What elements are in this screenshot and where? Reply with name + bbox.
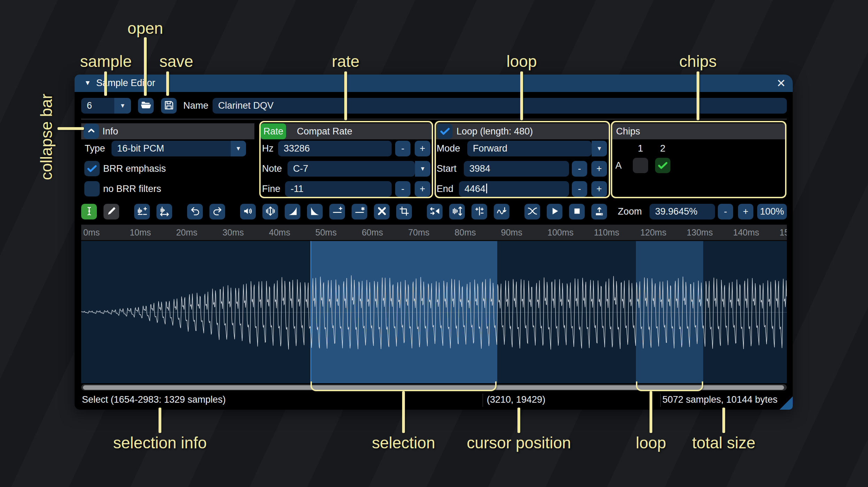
brr-emphasis-checkbox[interactable] bbox=[84, 161, 100, 176]
zoom-reset-button[interactable]: 100% bbox=[757, 204, 787, 219]
stop-preview-button[interactable] bbox=[569, 204, 585, 219]
open-sample-button[interactable] bbox=[138, 98, 154, 114]
invert-button[interactable] bbox=[449, 204, 465, 219]
loop-start-input[interactable]: 3984 bbox=[464, 161, 569, 177]
delete-button[interactable] bbox=[374, 204, 390, 219]
sample-type-dropdown[interactable]: 16-bit PCM bbox=[112, 141, 246, 156]
annotation-loop-top: loop bbox=[507, 52, 537, 71]
chevron-down-icon: ▼ bbox=[236, 145, 241, 152]
rate-mode-button[interactable]: Rate bbox=[261, 123, 286, 139]
chevron-down-icon: ▼ bbox=[420, 165, 426, 172]
sample-toolbar: Zoom 39.9645% - + 100% bbox=[81, 204, 787, 219]
timeline-ruler[interactable]: 0ms10ms20ms30ms40ms50ms60ms70ms80ms90ms1… bbox=[81, 225, 787, 241]
compat-rate-label[interactable]: Compat Rate bbox=[297, 123, 352, 139]
loop-end-increase-button[interactable]: + bbox=[591, 181, 607, 197]
ruler-label: 110ms bbox=[594, 227, 619, 238]
chip-column-1: 1 bbox=[633, 141, 648, 156]
hz-input[interactable]: 33286 bbox=[278, 141, 392, 156]
window-titlebar[interactable]: ▼ Sample Editor ✕ bbox=[75, 75, 793, 92]
resample-button[interactable] bbox=[156, 204, 172, 219]
fade-in-button[interactable] bbox=[285, 204, 300, 219]
redo-icon bbox=[212, 206, 223, 218]
type-label: Type bbox=[85, 141, 105, 156]
ruler-label: 100ms bbox=[547, 227, 574, 238]
window-collapse-icon[interactable]: ▼ bbox=[84, 79, 91, 87]
ruler-label: 50ms bbox=[315, 227, 337, 238]
zoom-in-button[interactable]: + bbox=[738, 204, 753, 219]
upload-icon bbox=[594, 206, 605, 218]
loop-header-label: Loop (length: 480) bbox=[456, 123, 533, 139]
waveform-view[interactable] bbox=[81, 241, 787, 383]
resize-button[interactable] bbox=[134, 204, 150, 219]
speaker-icon bbox=[243, 206, 253, 218]
insert-silence-button[interactable] bbox=[329, 204, 345, 219]
hz-decrease-button[interactable]: - bbox=[395, 141, 410, 156]
ruler-label: 40ms bbox=[269, 227, 290, 238]
check-icon bbox=[657, 160, 669, 171]
scrollbar-thumb[interactable] bbox=[83, 385, 784, 390]
redo-button[interactable] bbox=[209, 204, 225, 219]
preview-button[interactable] bbox=[547, 204, 562, 219]
annotation-line bbox=[159, 408, 161, 433]
hz-increase-button[interactable]: + bbox=[415, 141, 430, 156]
stop-icon bbox=[572, 206, 582, 218]
no-brr-filters-checkbox[interactable] bbox=[84, 181, 100, 196]
desktop-background: ▼ Sample Editor ✕ 6 ▼ Name Clarinet DQV … bbox=[0, 0, 868, 487]
sample-index-field[interactable]: 6 bbox=[81, 98, 114, 114]
loop-enable-checkbox[interactable] bbox=[437, 124, 453, 139]
save-sample-button[interactable] bbox=[161, 98, 177, 114]
horizontal-scrollbar[interactable] bbox=[81, 384, 787, 391]
apply-silence-button[interactable] bbox=[352, 204, 367, 219]
draw-tool-button[interactable] bbox=[103, 204, 119, 219]
filter-button[interactable] bbox=[494, 204, 509, 219]
loop-start-decrease-button[interactable]: - bbox=[572, 161, 587, 177]
sample-name-input[interactable]: Clarinet DQV bbox=[213, 98, 787, 114]
resize-grip[interactable] bbox=[779, 396, 793, 410]
no-brr-filters-label: no BRR filters bbox=[103, 181, 161, 197]
brr-emphasis-label: BRR emphasis bbox=[103, 161, 166, 177]
zoom-out-button[interactable]: - bbox=[718, 204, 733, 219]
ruler-label: 70ms bbox=[408, 227, 429, 238]
annotation-loop-bottom: loop bbox=[636, 433, 666, 452]
chip-2-checkbox[interactable] bbox=[655, 158, 670, 173]
fine-label: Fine bbox=[262, 181, 281, 197]
insert-silence-icon bbox=[332, 206, 343, 218]
chip-1-checkbox[interactable] bbox=[633, 158, 648, 173]
note-dropdown-arrow[interactable]: ▼ bbox=[415, 161, 430, 177]
select-tool-button[interactable] bbox=[81, 204, 97, 219]
note-dropdown[interactable]: C-7 bbox=[287, 161, 415, 177]
loop-end-decrease-button[interactable]: - bbox=[572, 181, 587, 197]
fade-out-button[interactable] bbox=[307, 204, 323, 219]
signed-unsigned-button[interactable] bbox=[471, 204, 487, 219]
zoom-input[interactable]: 39.9645% bbox=[650, 204, 715, 219]
loop-mode-dropdown[interactable]: Forward bbox=[467, 141, 592, 156]
loop-mode-dropdown-arrow[interactable]: ▼ bbox=[592, 141, 607, 156]
undo-button[interactable] bbox=[187, 204, 203, 219]
invert-icon bbox=[452, 206, 462, 218]
fine-increase-button[interactable]: + bbox=[415, 181, 430, 197]
selection-info-text: Select (1654-2983: 1329 samples) bbox=[82, 394, 226, 405]
annotation-open: open bbox=[128, 19, 163, 38]
total-size-text: 5072 samples, 10144 bytes bbox=[662, 394, 777, 405]
chips-panel-header: Chips bbox=[611, 123, 786, 139]
reverse-button[interactable] bbox=[427, 204, 443, 219]
close-icon[interactable]: ✕ bbox=[776, 77, 786, 90]
crossfade-button[interactable] bbox=[524, 204, 540, 219]
fine-decrease-button[interactable]: - bbox=[395, 181, 410, 197]
normalize-button[interactable] bbox=[262, 204, 278, 219]
sign-icon bbox=[474, 206, 485, 218]
loop-end-input[interactable]: 4464 bbox=[459, 181, 569, 197]
import-sample-button[interactable] bbox=[591, 204, 607, 219]
trim-button[interactable] bbox=[396, 204, 412, 219]
loop-start-increase-button[interactable]: + bbox=[591, 161, 607, 177]
sample-index-dropdown-button[interactable]: ▼ bbox=[114, 98, 131, 114]
text-cursor bbox=[486, 184, 487, 193]
amplify-button[interactable] bbox=[240, 204, 256, 219]
collapse-bar-button[interactable] bbox=[84, 124, 99, 139]
annotation-chips: chips bbox=[679, 52, 716, 71]
save-floppy-icon bbox=[164, 100, 174, 112]
name-label: Name bbox=[183, 98, 208, 114]
fine-input[interactable]: -11 bbox=[285, 181, 392, 197]
ruler-label: 120ms bbox=[640, 227, 666, 238]
sample-type-dropdown-arrow[interactable]: ▼ bbox=[231, 141, 246, 156]
